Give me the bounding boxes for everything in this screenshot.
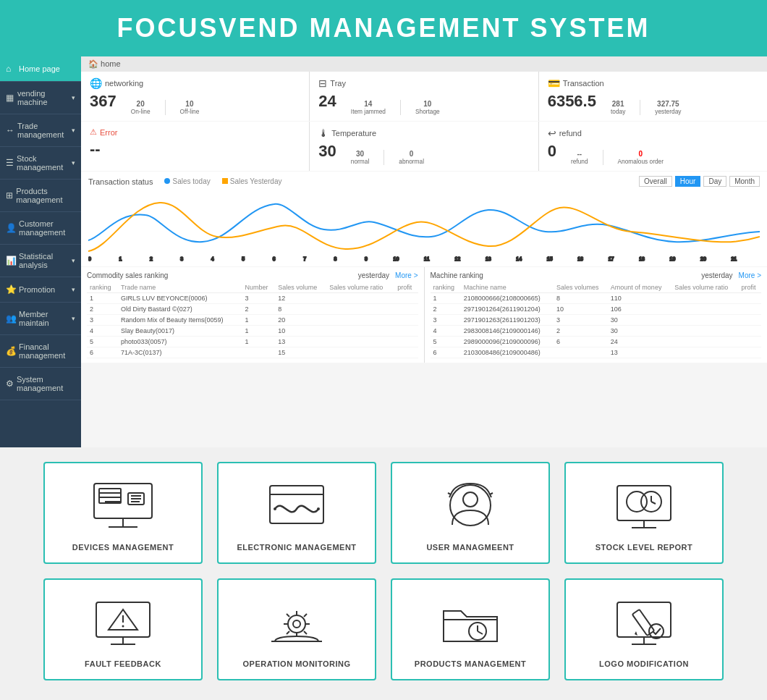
tab-month[interactable]: Month	[729, 176, 760, 187]
tab-day[interactable]: Day	[703, 176, 726, 187]
logo-icon	[611, 594, 677, 652]
table-row: 5photo033(0057)113	[87, 337, 418, 347]
svg-line-53	[651, 502, 656, 504]
sidebar-item-financial[interactable]: 💰 Financal management	[0, 335, 81, 368]
tray-icon: ⊟	[318, 77, 327, 89]
sidebar-label-stats: Statistical analysis	[19, 252, 69, 269]
col-ratio: Sales volume ratio	[326, 282, 394, 293]
sidebar-label-vending: vending machine	[17, 89, 69, 106]
stats-icon: 📊	[6, 256, 16, 266]
tab-hour[interactable]: Hour	[675, 176, 701, 187]
svg-rect-47	[617, 486, 671, 520]
sidebar-item-customer[interactable]: 👤 Customer management	[0, 212, 81, 245]
table-row: 671A-3C(0137)15	[87, 347, 418, 358]
table-row: 1GIRLS LUV BEYONCE(0006)312	[87, 293, 418, 304]
svg-text:14: 14	[516, 256, 522, 261]
svg-text:1: 1	[119, 256, 122, 261]
sidebar-item-stats[interactable]: 📊 Statistical analysis ▾	[0, 245, 81, 277]
operation-icon	[264, 594, 329, 652]
col-ratio: Sales volume ratio	[671, 282, 738, 293]
svg-point-60	[288, 615, 305, 633]
products-icon: ⊞	[6, 190, 13, 201]
chevron-down-icon: ▾	[72, 286, 75, 293]
cards-row-1: DEVICES MANAGEMENT ELECTRONIC MANAGEMENT	[43, 462, 724, 564]
svg-text:17: 17	[609, 256, 614, 261]
table-row: 42983008146(2109000146)230	[431, 326, 762, 337]
svg-text:18: 18	[639, 256, 645, 261]
sidebar-item-home[interactable]: ⌂ Home page	[0, 56, 81, 82]
chevron-down-icon: ▾	[72, 159, 75, 166]
svg-line-66	[287, 614, 289, 617]
tab-overall[interactable]: Overall	[639, 176, 672, 187]
chevron-down-icon: ▾	[72, 315, 75, 322]
machine-more-link[interactable]: More >	[739, 271, 761, 279]
svg-text:20: 20	[700, 256, 706, 261]
svg-point-61	[293, 620, 300, 628]
tray-card: ⊟ Tray 24 14Item jammed 10Shortage	[310, 72, 538, 121]
table-row: 52989000096(2109000096)624	[431, 337, 762, 347]
sidebar-item-trade[interactable]: ↔ Trade management ▾	[0, 114, 81, 147]
col-profit: profit	[394, 282, 418, 293]
trade-icon: ↔	[6, 125, 14, 135]
chart-section: Transaction status Sales today Sales Yes…	[81, 172, 767, 266]
financial-icon: 💰	[6, 346, 16, 356]
vending-icon: ▦	[6, 93, 14, 103]
svg-text:21: 21	[732, 256, 737, 261]
machine-table-title: Machine ranking	[431, 271, 483, 279]
commodity-more-link[interactable]: More >	[395, 271, 418, 279]
sidebar-item-promotion[interactable]: ⭐ Promotion ▾	[0, 277, 81, 303]
app-title: FOCUSVEND MANAGEMENT SYSTEM	[0, 13, 767, 43]
svg-text:2: 2	[150, 256, 153, 261]
devices-icon	[90, 478, 156, 536]
table-row: 12108000666(2108000665)8110	[431, 293, 762, 304]
user-icon	[438, 478, 503, 536]
col-machine-name: Machine name	[461, 282, 554, 293]
table-row: 62103008486(2109000486)13	[431, 347, 762, 358]
svg-point-45	[450, 485, 491, 526]
fault-icon	[90, 594, 156, 652]
electronic-icon	[264, 478, 329, 536]
svg-line-74	[478, 631, 483, 634]
fault-feedback-card[interactable]: FAULT FEEDBACK	[43, 578, 203, 680]
col-amount: Amount of money	[608, 282, 671, 293]
sidebar-label-home: Home page	[19, 64, 60, 73]
sidebar-item-stock[interactable]: ☰ Stock management ▾	[0, 147, 81, 180]
sidebar-item-system[interactable]: ⚙ System management	[0, 368, 81, 400]
refund-card: ↩ refund 0 --refund 0Anomalous order	[539, 122, 767, 171]
products-management-card[interactable]: PRODUCTS MANAGEMENT	[391, 578, 550, 680]
user-management-card[interactable]: USER MANAGMEENT	[391, 462, 550, 564]
products-label: PRODUCTS MANAGEMENT	[415, 659, 526, 668]
chart-title: Transaction status	[88, 177, 153, 186]
error-card: ⚠ Error --	[81, 122, 309, 171]
sidebar-label-promotion: Promotion	[19, 285, 55, 294]
stock-icon	[611, 478, 677, 536]
electronic-management-card[interactable]: ELECTRONIC MANAGEMENT	[217, 462, 376, 564]
stats-row-2: ⚠ Error -- 🌡 Temperature 30 30normal 0ab…	[81, 122, 767, 171]
table-row: 22971901264(2611901204)10106	[431, 304, 762, 315]
cards-row-2: FAULT FEEDBACK	[43, 578, 724, 680]
logo-modification-card[interactable]: LOGO MODIFICATION	[564, 578, 724, 680]
svg-line-69	[287, 631, 289, 634]
svg-text:16: 16	[577, 256, 583, 261]
table-row: 3Random Mix of Beauty Items(0059)120	[87, 315, 418, 326]
products-icon	[438, 594, 503, 652]
svg-rect-41	[270, 486, 323, 523]
devices-management-card[interactable]: DEVICES MANAGEMENT	[43, 462, 203, 564]
stock-level-report-card[interactable]: STOCK LEVEL REPORT	[564, 462, 724, 564]
chevron-down-icon: ▾	[72, 257, 75, 264]
home-icon: ⌂	[6, 64, 16, 74]
main-content: ⌂ Home page ▦ vending machine ▾ ↔ Trade …	[0, 56, 767, 447]
machine-table: ranking Machine name Sales volumes Amoun…	[431, 282, 762, 358]
svg-text:8: 8	[334, 256, 337, 261]
sidebar-label-stock: Stock management	[17, 154, 69, 172]
operation-monitoring-card[interactable]: OPERATION MONITORING	[217, 578, 376, 680]
commodity-table-card: Commodity sales ranking yesterday More >…	[81, 267, 424, 363]
fault-label: FAULT FEEDBACK	[85, 659, 161, 668]
sidebar-item-member[interactable]: 👥 Member maintain ▾	[0, 303, 81, 335]
svg-text:13: 13	[486, 256, 491, 261]
machine-table-card: Machine ranking yesterday More > ranking…	[425, 267, 768, 363]
sidebar-item-vending[interactable]: ▦ vending machine ▾	[0, 82, 81, 114]
svg-line-67	[304, 631, 307, 634]
sidebar-item-products[interactable]: ⊞ Products management	[0, 180, 81, 212]
svg-point-43	[274, 507, 276, 510]
